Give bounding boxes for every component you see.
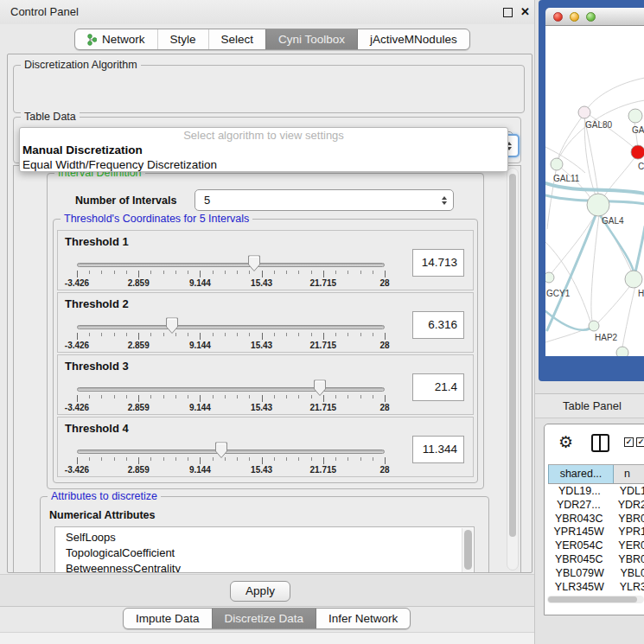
slider-tick bbox=[348, 271, 348, 274]
cell-shared-name[interactable]: YBL079W bbox=[548, 567, 611, 581]
network-node[interactable] bbox=[616, 347, 628, 356]
tab-network[interactable]: Network bbox=[75, 29, 157, 49]
scrollbar-thumb[interactable] bbox=[464, 530, 472, 570]
cell-shared-name[interactable]: YLR345W bbox=[548, 581, 611, 595]
slider-tick bbox=[335, 395, 336, 399]
table-row[interactable]: YDR27...YDR2 bbox=[548, 499, 644, 513]
cell-shared-name[interactable]: YDR27... bbox=[548, 499, 609, 513]
cell-name[interactable]: YER0 bbox=[609, 539, 644, 553]
network-node-h[interactable] bbox=[625, 271, 642, 288]
network-node-ga[interactable] bbox=[628, 109, 642, 123]
cell-name[interactable]: YLR3 bbox=[611, 581, 644, 595]
table-row[interactable]: YLR345WYLR3 bbox=[548, 581, 644, 595]
minimize-traffic-light-icon[interactable] bbox=[570, 12, 579, 22]
tab-jactivemnodules[interactable]: jActiveMNodules bbox=[357, 29, 469, 49]
table-row[interactable]: YDL19...YDL1 bbox=[548, 485, 644, 499]
algorithm-options: Manual DiscretizationEqual Width/Frequen… bbox=[20, 143, 507, 172]
cell-shared-name[interactable]: YIL052C bbox=[548, 594, 614, 595]
attribute-item-topologicalcoefficient[interactable]: TopologicalCoefficient bbox=[55, 545, 474, 561]
panel-scrollbar[interactable] bbox=[507, 168, 519, 571]
network-node-c[interactable] bbox=[631, 145, 644, 159]
slider-tick bbox=[101, 333, 102, 336]
slider-tick bbox=[225, 333, 226, 336]
zoom-traffic-light-icon[interactable] bbox=[586, 12, 596, 22]
slider-tick bbox=[323, 271, 324, 277]
slider-tick bbox=[262, 271, 263, 277]
tab-infer-network[interactable]: Infer Network bbox=[316, 609, 410, 628]
slider-tick-label: 15.43 bbox=[236, 403, 288, 412]
network-node-gal80[interactable] bbox=[578, 106, 590, 118]
column-header-shared[interactable]: shared... bbox=[548, 465, 614, 483]
slider-tick bbox=[311, 333, 312, 336]
scrollbar-thumb[interactable] bbox=[548, 596, 637, 603]
attribute-item-betweennesscentrality[interactable]: BetweennessCentrality bbox=[55, 561, 474, 573]
network-canvas[interactable]: GAL80GACGAL11GAL4GCY1HHAP2 bbox=[545, 26, 644, 356]
cell-name[interactable]: YBR0 bbox=[609, 513, 644, 526]
slider-thumb[interactable] bbox=[247, 255, 261, 272]
columns-icon[interactable] bbox=[591, 434, 609, 452]
table-row[interactable]: YPR145WYPR1 bbox=[548, 526, 644, 539]
slider-track[interactable] bbox=[77, 325, 385, 329]
cell-shared-name[interactable]: YBR045C bbox=[548, 553, 609, 567]
close-icon[interactable]: ✕ bbox=[520, 4, 530, 20]
network-node-hap2[interactable] bbox=[589, 321, 599, 331]
cell-shared-name[interactable]: YBR043C bbox=[548, 513, 609, 526]
slider-thumb[interactable] bbox=[165, 317, 179, 335]
cell-name[interactable]: YDL1 bbox=[611, 485, 644, 499]
slider-tick bbox=[360, 395, 361, 399]
slider-tick bbox=[175, 395, 176, 399]
slider-tick bbox=[385, 395, 386, 402]
cell-name[interactable]: YBL0 bbox=[611, 567, 644, 581]
tab-impute-data[interactable]: Impute Data bbox=[124, 609, 212, 628]
tab-cyni-toolbox[interactable]: Cyni Toolbox bbox=[265, 29, 357, 49]
table-row[interactable]: YBL079WYBL0 bbox=[548, 567, 644, 581]
close-traffic-light-icon[interactable] bbox=[553, 12, 563, 22]
tab-select[interactable]: Select bbox=[208, 29, 266, 49]
number-of-intervals-select[interactable]: 5 bbox=[194, 189, 454, 211]
cell-name[interactable]: YDR2 bbox=[609, 499, 644, 513]
network-node-gal11[interactable] bbox=[551, 158, 563, 170]
slider-thumb[interactable] bbox=[214, 442, 228, 459]
numerical-attributes-list[interactable]: SelfLoopsTopologicalCoefficientBetweenne… bbox=[54, 526, 475, 573]
slider-track[interactable] bbox=[77, 387, 385, 392]
slider-tick bbox=[262, 457, 263, 464]
slider-tick bbox=[373, 457, 373, 461]
slider-thumb[interactable] bbox=[313, 379, 327, 397]
table-row[interactable]: YBR045CYBR0 bbox=[548, 553, 644, 567]
tab-style[interactable]: Style bbox=[157, 29, 208, 49]
cell-name[interactable]: YIL0 bbox=[614, 594, 644, 595]
algorithm-option-equal-width-frequency-discretization[interactable]: Equal Width/Frequency Discretization bbox=[20, 157, 507, 172]
threshold-value-field[interactable]: 21.4 bbox=[412, 373, 464, 401]
cell-name[interactable]: YBR0 bbox=[609, 553, 644, 567]
threshold-value-field[interactable]: 6.316 bbox=[412, 311, 464, 339]
algorithm-placeholder: Select algorithm to view settings bbox=[20, 128, 507, 143]
slider-tick bbox=[323, 333, 324, 340]
cell-shared-name[interactable]: YPR145W bbox=[548, 526, 609, 539]
slider-track[interactable] bbox=[77, 263, 385, 267]
scrollbar-thumb[interactable] bbox=[509, 174, 516, 537]
attributes-scrollbar[interactable] bbox=[462, 528, 473, 573]
cell-name[interactable]: YPR1 bbox=[609, 526, 644, 539]
column-header-name[interactable]: n bbox=[614, 465, 644, 483]
apply-button[interactable]: Apply bbox=[230, 581, 290, 602]
attribute-item-selfloops[interactable]: SelfLoops bbox=[55, 530, 474, 545]
network-node-gcy1[interactable] bbox=[545, 272, 554, 283]
checkbox-icon[interactable]: ✓ bbox=[624, 437, 634, 447]
cell-shared-name[interactable]: YER054C bbox=[548, 539, 609, 553]
tab-discretize-data[interactable]: Discretize Data bbox=[212, 609, 316, 628]
table-row[interactable]: YER054CYER0 bbox=[548, 539, 644, 553]
table-row[interactable]: YBR043CYBR0 bbox=[548, 513, 644, 526]
checkbox-icon[interactable]: ✓ bbox=[636, 437, 644, 447]
cell-shared-name[interactable]: YDL19... bbox=[548, 485, 611, 499]
gear-icon[interactable]: ⚙ bbox=[558, 432, 573, 453]
threshold-value-field[interactable]: 14.713 bbox=[412, 249, 464, 277]
table-row[interactable]: YIL052CYIL0 bbox=[548, 594, 644, 595]
slider-tick-label: 2.859 bbox=[112, 403, 164, 412]
threshold-value-field[interactable]: 11.344 bbox=[412, 436, 464, 463]
algorithm-option-manual-discretization[interactable]: Manual Discretization bbox=[20, 143, 507, 157]
slider-tick bbox=[249, 333, 250, 336]
float-window-icon[interactable] bbox=[503, 8, 513, 17]
slider-track[interactable] bbox=[77, 450, 385, 454]
network-node-gal4[interactable] bbox=[587, 194, 609, 216]
table-horizontal-scrollbar[interactable] bbox=[547, 596, 644, 603]
